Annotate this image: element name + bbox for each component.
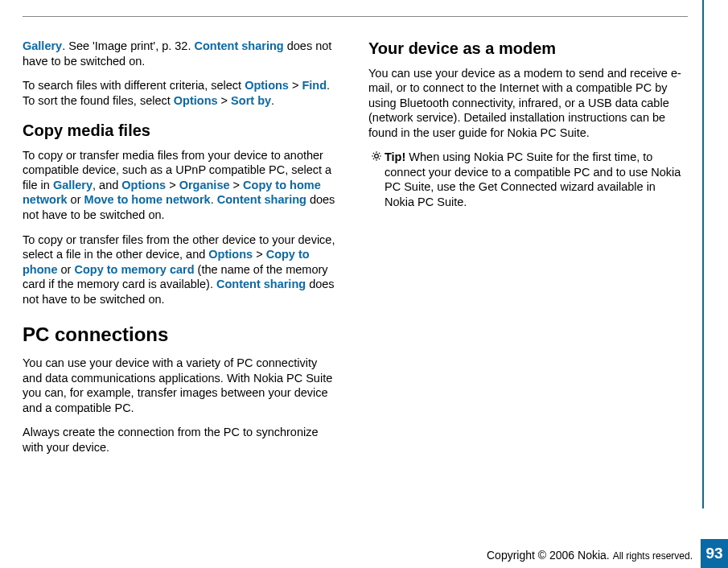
heading-pc-connections: PC connections xyxy=(23,323,338,348)
paragraph: To copy or transfer files from the other… xyxy=(23,233,338,307)
top-rule xyxy=(23,16,688,17)
left-column: Gallery. See 'Image print', p. 32. Conte… xyxy=(23,39,338,508)
svg-point-0 xyxy=(375,154,379,158)
text: > xyxy=(230,179,244,191)
link-content-sharing: Content sharing xyxy=(216,278,306,290)
text: . xyxy=(271,94,274,107)
link-content-sharing: Content sharing xyxy=(195,39,284,52)
option-label: Copy to memory card xyxy=(74,263,194,276)
text: To search files with different criteria,… xyxy=(23,79,245,92)
side-tab: Connectivity xyxy=(702,0,728,508)
text: . xyxy=(607,549,613,562)
svg-line-5 xyxy=(373,153,374,154)
paragraph: To search files with different criteria,… xyxy=(23,78,338,108)
paragraph: To copy or transfer media files from you… xyxy=(23,148,338,223)
option-label: Options xyxy=(121,179,166,191)
text: or xyxy=(58,263,75,276)
svg-line-7 xyxy=(373,158,374,159)
paragraph: You can use your device with a variety o… xyxy=(23,356,338,415)
text: or xyxy=(68,193,84,206)
right-column: Your device as a modem You can use your … xyxy=(368,39,684,508)
heading-copy-media: Copy media files xyxy=(23,121,338,142)
svg-line-6 xyxy=(379,158,380,159)
text: > xyxy=(289,79,302,92)
page-number: 93 xyxy=(701,539,728,568)
footer: Copyright © 2006 Nokia. All rights reser… xyxy=(0,537,728,568)
tip-label: Tip! xyxy=(385,150,405,163)
option-label: Options xyxy=(174,94,218,107)
brand-name: Nokia xyxy=(578,549,607,562)
paragraph: You can use your device as a modem to se… xyxy=(368,66,684,141)
link-gallery: Gallery xyxy=(23,39,62,52)
text: Copyright © 2006 xyxy=(487,549,578,562)
text: , and xyxy=(93,179,121,191)
text: > xyxy=(218,94,232,107)
heading-modem: Your device as a modem xyxy=(368,39,684,60)
text: . See 'Image print', p. 32. xyxy=(62,39,194,52)
link-content-sharing: Content sharing xyxy=(217,193,306,206)
link-gallery: Gallery xyxy=(53,179,93,191)
tip-icon xyxy=(368,150,385,209)
text: > xyxy=(253,248,266,261)
text: > xyxy=(166,179,179,191)
tip-text: Tip! When using Nokia PC Suite for the f… xyxy=(385,150,684,209)
page-body: Gallery. See 'Image print', p. 32. Conte… xyxy=(0,0,728,508)
paragraph: Always create the connection from the PC… xyxy=(23,425,338,455)
paragraph: Gallery. See 'Image print', p. 32. Conte… xyxy=(23,39,338,68)
option-label: Move to home network xyxy=(84,193,211,206)
rights-text: All rights reserved. xyxy=(613,550,693,562)
option-label: Find xyxy=(302,79,327,92)
option-label: Sort by xyxy=(231,94,271,107)
tip-block: Tip! When using Nokia PC Suite for the f… xyxy=(368,150,684,209)
option-label: Options xyxy=(245,79,289,92)
option-label: Options xyxy=(208,248,253,261)
option-label: Organise xyxy=(179,179,230,191)
text: When using Nokia PC Suite for the first … xyxy=(385,150,681,208)
svg-line-8 xyxy=(379,153,380,154)
text: . xyxy=(211,193,217,206)
copyright: Copyright © 2006 Nokia. All rights reser… xyxy=(487,549,693,562)
